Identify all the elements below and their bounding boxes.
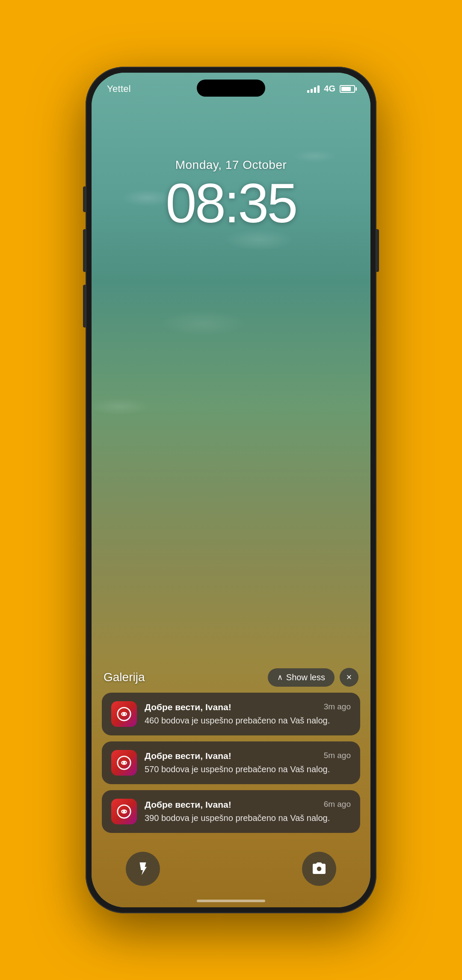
battery-fill xyxy=(341,87,351,91)
notification-body-1: 460 bodova je uspešno prebačeno na Vaš n… xyxy=(145,714,351,726)
app-icon-2 xyxy=(111,750,137,776)
notification-time-3: 6m ago xyxy=(324,800,351,809)
notification-area: Galerija ∧ Show less × xyxy=(92,668,370,839)
close-notifications-button[interactable]: × xyxy=(340,668,358,687)
notification-time-2: 5m ago xyxy=(324,751,351,760)
date-display: Monday, 17 October xyxy=(92,158,370,172)
svg-point-1 xyxy=(123,713,125,715)
close-icon: × xyxy=(346,672,352,683)
torch-button[interactable] xyxy=(126,852,160,886)
torch-icon xyxy=(135,861,151,877)
volume-down-button xyxy=(83,285,86,328)
notification-time-1: 3m ago xyxy=(324,702,351,711)
notification-header-3: Добре вести, Ivana! 6m ago xyxy=(145,799,351,810)
status-right: 4G xyxy=(307,84,355,94)
notification-card-1[interactable]: Добре вести, Ivana! 3m ago 460 bodova je… xyxy=(102,693,360,735)
datetime-container: Monday, 17 October 08:35 xyxy=(92,158,370,231)
time-display: 08:35 xyxy=(92,175,370,231)
notification-title-3: Добре вести, Ivana! xyxy=(145,799,231,810)
notification-card-3[interactable]: Добре вести, Ivana! 6m ago 390 bodova je… xyxy=(102,790,360,833)
gallery-label: Galerija xyxy=(104,670,145,684)
notification-card-2[interactable]: Добре вести, Ivana! 5m ago 570 bodova je… xyxy=(102,741,360,784)
chevron-up-icon: ∧ xyxy=(277,673,283,682)
gallery-header: Galerija ∧ Show less × xyxy=(102,668,360,687)
header-buttons: ∧ Show less × xyxy=(268,668,358,687)
signal-bars-icon xyxy=(307,85,320,93)
network-type-label: 4G xyxy=(324,84,335,94)
notification-header-2: Добре вести, Ivana! 5m ago xyxy=(145,750,351,762)
dynamic-island xyxy=(197,80,265,97)
camera-icon xyxy=(311,861,327,877)
camera-button[interactable] xyxy=(302,852,336,886)
battery-icon xyxy=(340,85,355,93)
volume-up-button xyxy=(83,229,86,272)
show-less-button[interactable]: ∧ Show less xyxy=(268,668,335,687)
notification-body-2: 570 bodova je uspešno prebačeno na Vaš n… xyxy=(145,763,351,775)
phone-outer: Yettel 4G Monday, 17 October 08:35 xyxy=(86,67,376,913)
notification-body-3: 390 bodova je uspešno prebačeno na Vaš n… xyxy=(145,812,351,824)
svg-point-5 xyxy=(123,810,125,813)
notification-title-1: Добре вести, Ivana! xyxy=(145,701,231,713)
home-indicator xyxy=(197,900,265,902)
notification-content-3: Добре вести, Ivana! 6m ago 390 bodova je… xyxy=(145,799,351,824)
power-button xyxy=(376,229,379,272)
mute-switch xyxy=(83,186,86,212)
phone-screen: Yettel 4G Monday, 17 October 08:35 xyxy=(92,73,370,907)
bottom-controls xyxy=(92,852,370,886)
show-less-label: Show less xyxy=(286,673,325,682)
carrier-label: Yettel xyxy=(107,83,131,94)
notification-header-1: Добре вести, Ivana! 3m ago xyxy=(145,701,351,713)
svg-point-3 xyxy=(123,762,125,764)
notification-content-1: Добре вести, Ivana! 3m ago 460 bodova je… xyxy=(145,701,351,726)
notification-content-2: Добре вести, Ivana! 5m ago 570 bodova je… xyxy=(145,750,351,775)
notification-title-2: Добре вести, Ivana! xyxy=(145,750,231,762)
app-icon-1 xyxy=(111,701,137,727)
app-icon-3 xyxy=(111,799,137,824)
